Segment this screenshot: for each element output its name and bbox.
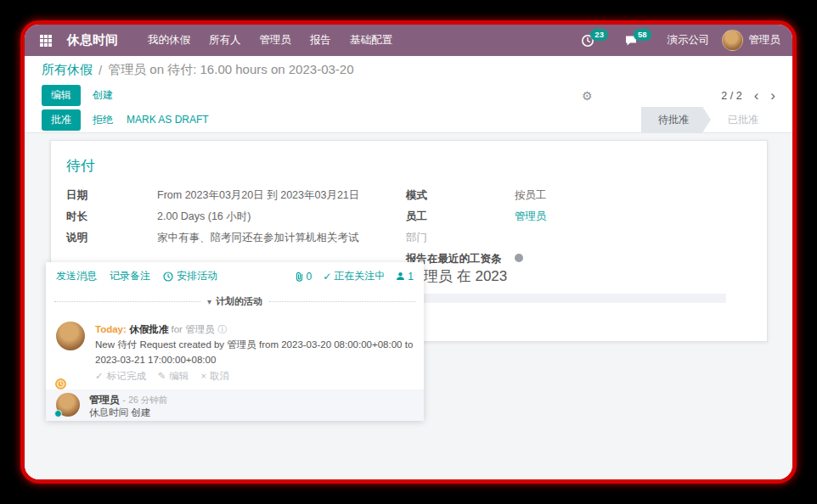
app-window: 休息时间 我的休假 所有人 管理员 报告 基础配置 23 58 演示公司 xyxy=(20,20,797,484)
approve-button[interactable]: 批准 xyxy=(42,109,81,131)
message-avatar-wrap xyxy=(56,393,82,417)
field-dates-label: 日期 xyxy=(66,188,157,203)
mark-as-draft-button[interactable]: MARK AS DRAFT xyxy=(127,114,209,126)
user-avatar xyxy=(722,30,743,51)
breadcrumb-current: 管理员 on 待付: 16.00 hours on 2023-03-20 xyxy=(108,62,353,78)
nav-item-my-leaves[interactable]: 我的休假 xyxy=(140,29,198,52)
field-employee-label: 员工 xyxy=(406,210,515,224)
message-text: 休息时间 创建 xyxy=(89,406,167,420)
log-note-button[interactable]: 记录备注 xyxy=(110,269,150,283)
pager-counter: 2 / 2 xyxy=(721,90,741,102)
nav-item-reports[interactable]: 报告 xyxy=(302,29,339,52)
user-name: 管理员 xyxy=(749,33,781,48)
field-description-label: 说明 xyxy=(66,231,157,245)
activity-type: 休假批准 xyxy=(129,324,168,334)
field-employee: 员工 管理员 xyxy=(406,210,746,224)
breadcrumb-parent-link[interactable]: 所有休假 xyxy=(42,62,93,78)
apps-grid-icon[interactable] xyxy=(40,35,52,47)
chatter-message: 管理员 - 26 分钟前 休息时间 创建 xyxy=(46,389,424,421)
nav-item-configuration[interactable]: 基础配置 xyxy=(342,29,400,52)
field-mode: 模式 按员工 xyxy=(406,188,746,203)
nav-item-manager[interactable]: 管理员 xyxy=(252,29,300,52)
gear-icon[interactable]: ⚙ xyxy=(582,89,593,103)
payslip-toggle[interactable] xyxy=(515,254,523,262)
check-icon: ✓ xyxy=(95,369,104,384)
field-department: 部门 xyxy=(406,231,746,245)
activity-avatar-wrap xyxy=(56,322,87,384)
pencil-icon: ✎ xyxy=(158,369,166,384)
breadcrumb: 所有休假 / 管理员 on 待付: 16.00 hours on 2023-03… xyxy=(25,56,792,84)
statusbar: 批准 拒绝 MARK AS DRAFT 待批准 已批准 xyxy=(25,107,792,133)
user-menu[interactable]: 管理员 xyxy=(722,30,781,51)
field-department-label: 部门 xyxy=(406,231,515,245)
check-icon: ✓ xyxy=(323,271,331,283)
create-button[interactable]: 创建 xyxy=(93,88,113,103)
planned-activities-toggle[interactable]: ▾ 计划的活动 xyxy=(200,295,269,308)
pager-prev-icon[interactable]: ‹ xyxy=(754,88,759,103)
field-duration: 时长 2.00 Days (16 小时) xyxy=(66,210,372,224)
form-fields-right: 模式 按员工 员工 管理员 部门 报告在最近的工资条 xyxy=(406,188,746,273)
caret-down-icon: ▾ xyxy=(207,297,211,306)
clock-icon xyxy=(163,272,173,282)
chatter-toolbar: 发送消息 记录备注 安排活动 0 ✓ xyxy=(46,262,424,288)
activity-summary: New 待付 Request created by 管理员 from 2023-… xyxy=(95,338,414,368)
stage-to-approve[interactable]: 待批准 xyxy=(641,107,711,133)
field-description-value: 家中有事、陪考同还在参加计算机相关考试 xyxy=(157,231,359,245)
navbar-right: 23 58 演示公司 管理员 xyxy=(581,30,780,51)
attachment-count: 0 xyxy=(307,271,313,283)
mark-done-button[interactable]: ✓ 标记完成 xyxy=(95,369,146,384)
field-dates-value: From 2023年03月20日 到 2023年03月21日 xyxy=(157,188,359,203)
refuse-button[interactable]: 拒绝 xyxy=(93,113,113,127)
stage-approved[interactable]: 已批准 xyxy=(711,107,775,133)
send-message-button[interactable]: 发送消息 xyxy=(56,269,97,283)
messages-button[interactable]: 58 xyxy=(624,34,656,47)
field-mode-label: 模式 xyxy=(406,188,515,203)
following-label: 正在关注中 xyxy=(334,269,385,283)
field-duration-value: 2.00 Days (16 小时) xyxy=(157,210,251,224)
background-heading: 管理员 在 2023 xyxy=(409,266,507,286)
field-mode-value: 按员工 xyxy=(515,188,547,203)
app-title[interactable]: 休息时间 xyxy=(67,32,118,48)
message-count-badge: 58 xyxy=(634,29,651,41)
field-duration-label: 时长 xyxy=(66,210,157,224)
activity-item: Today: 休假批准 for 管理员 ⓘ New 待付 Request cre… xyxy=(46,308,424,384)
nav-item-everyone[interactable]: 所有人 xyxy=(201,29,249,52)
online-status-icon xyxy=(54,410,62,417)
cross-icon: × xyxy=(200,369,206,384)
activity-assignee: 管理员 xyxy=(185,324,215,334)
activity-headline: Today: 休假批准 for 管理员 ⓘ xyxy=(95,322,414,338)
cancel-activity-button[interactable]: × 取消 xyxy=(200,369,229,384)
planned-activities-divider: ▾ 计划的活动 xyxy=(54,295,415,308)
navbar: 休息时间 我的休假 所有人 管理员 报告 基础配置 23 58 演示公司 xyxy=(25,25,792,56)
message-body: 管理员 - 26 分钟前 休息时间 创建 xyxy=(89,393,167,417)
activity-avatar xyxy=(56,322,85,350)
following-button[interactable]: ✓ 正在关注中 xyxy=(323,269,385,283)
planned-activities-label: 计划的活动 xyxy=(216,295,262,308)
content-area: 待付 日期 From 2023年03月20日 到 2023年03月21日 时长 … xyxy=(25,133,792,479)
activities-button[interactable]: 23 xyxy=(581,34,612,48)
record-state-title: 待付 xyxy=(66,156,767,176)
nav-menu: 我的休假 所有人 管理员 报告 基础配置 xyxy=(140,29,400,52)
attachments-button[interactable]: 0 xyxy=(295,271,313,283)
schedule-activity-button[interactable]: 安排活动 xyxy=(163,269,217,283)
field-payslip-report: 报告在最近的工资条 xyxy=(406,252,746,266)
field-employee-value[interactable]: 管理员 xyxy=(515,210,547,224)
edit-button[interactable]: 编辑 xyxy=(42,85,81,106)
activity-body: Today: 休假批准 for 管理员 ⓘ New 待付 Request cre… xyxy=(95,322,414,384)
edit-activity-button[interactable]: ✎ 编辑 xyxy=(158,369,189,384)
background-bar xyxy=(409,294,726,303)
pager: 2 / 2 ‹ › xyxy=(721,88,775,103)
company-switcher[interactable]: 演示公司 xyxy=(668,33,710,48)
chatter-right-tools: 0 ✓ 正在关注中 1 xyxy=(295,269,414,283)
field-dates: 日期 From 2023年03月20日 到 2023年03月21日 xyxy=(66,188,372,203)
message-time-separator: - xyxy=(122,395,126,405)
activity-count-badge: 23 xyxy=(590,29,608,41)
chatter-panel: 发送消息 记录备注 安排活动 0 ✓ xyxy=(46,262,424,421)
message-author[interactable]: 管理员 xyxy=(89,394,120,406)
person-icon xyxy=(396,272,405,281)
info-icon[interactable]: ⓘ xyxy=(217,324,227,334)
followers-button[interactable]: 1 xyxy=(396,271,414,283)
pager-next-icon[interactable]: › xyxy=(770,88,775,103)
statusbar-buttons: 批准 拒绝 MARK AS DRAFT xyxy=(42,109,209,131)
breadcrumb-separator: / xyxy=(99,63,102,77)
